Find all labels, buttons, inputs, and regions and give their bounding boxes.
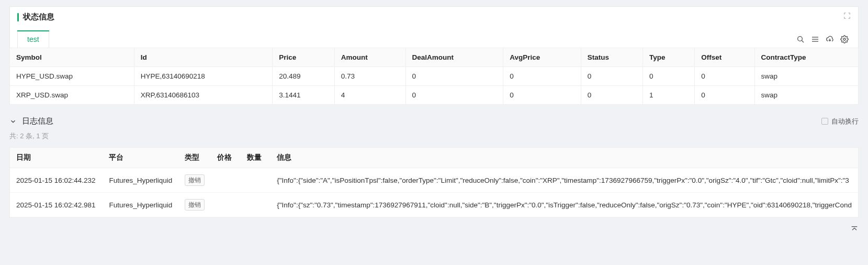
log-col-price: 价格: [211, 148, 241, 168]
log-row: 2025-01-15 16:02:44.232Futures_Hyperliqu…: [10, 168, 858, 193]
col-symbol: Symbol: [10, 48, 134, 67]
col-dealamount: DealAmount: [405, 48, 503, 67]
status-table: Symbol Id Price Amount DealAmount AvgPri…: [9, 48, 859, 105]
menu-icon[interactable]: [811, 35, 819, 43]
col-offset: Offset: [695, 48, 754, 67]
table-cell: 20.489: [273, 67, 334, 86]
log-row: 2025-01-15 16:02:42.981Futures_Hyperliqu…: [10, 193, 858, 217]
log-col-type: 类型: [178, 148, 211, 168]
log-col-platform: 平台: [103, 148, 178, 168]
log-cell-info: {"Info":{"sz":"0.73","timestamp":1736927…: [270, 193, 858, 217]
table-cell: XRP,63140686103: [134, 86, 273, 105]
status-panel: 状态信息 test Symbol Id Price Am: [9, 6, 859, 105]
log-panel: 日志信息 自动换行 共: 2 条, 1 页 日期 平台 类型 价格 数量 信息 …: [9, 114, 859, 218]
svg-line-1: [802, 40, 804, 42]
col-contracttype: ContractType: [754, 48, 858, 67]
autowrap-label: 自动换行: [831, 117, 859, 126]
table-cell: 0: [405, 67, 503, 86]
log-summary: 共: 2 条, 1 页: [9, 131, 859, 147]
log-cell-amount: [241, 193, 270, 217]
log-cell-platform: Futures_Hyperliquid: [103, 193, 178, 217]
log-panel-header: 日志信息 自动换行: [9, 114, 859, 131]
log-cell-date: 2025-01-15 16:02:44.232: [10, 168, 103, 193]
log-col-date: 日期: [10, 148, 103, 168]
svg-point-0: [798, 36, 803, 41]
download-cloud-icon[interactable]: [826, 35, 834, 43]
table-cell: 0: [695, 67, 754, 86]
status-panel-header: 状态信息: [10, 7, 858, 27]
footer: [0, 222, 868, 239]
status-tabs-row: test: [10, 30, 858, 48]
table-cell: HYPE_USD.swap: [10, 67, 134, 86]
col-price: Price: [273, 48, 334, 67]
col-amount: Amount: [334, 48, 405, 67]
table-cell: 0: [581, 67, 642, 86]
col-id: Id: [134, 48, 273, 67]
table-cell: 0.73: [334, 67, 405, 86]
log-cell-type: 撤销: [178, 168, 211, 193]
log-cell-price: [211, 193, 241, 217]
status-title-text: 状态信息: [23, 12, 54, 22]
scroll-to-top-icon[interactable]: [850, 225, 859, 234]
table-cell: 0: [503, 67, 581, 86]
table-cell: swap: [754, 67, 858, 86]
table-cell: 4: [334, 86, 405, 105]
table-cell: 0: [643, 67, 695, 86]
table-cell: 0: [503, 86, 581, 105]
table-cell: XRP_USD.swap: [10, 86, 134, 105]
search-icon[interactable]: [796, 35, 805, 43]
log-title-text: 日志信息: [22, 116, 53, 126]
log-cell-amount: [241, 168, 270, 193]
col-type: Type: [643, 48, 695, 67]
tab-test[interactable]: test: [17, 30, 49, 48]
table-cell: 0: [695, 86, 754, 105]
fullscreen-icon[interactable]: [843, 12, 851, 19]
status-panel-title: 状态信息: [17, 12, 54, 22]
log-cell-type: 撤销: [178, 193, 211, 217]
table-cell: 0: [581, 86, 642, 105]
table-cell: swap: [754, 86, 858, 105]
cancel-button[interactable]: 撤销: [185, 174, 205, 186]
cancel-button[interactable]: 撤销: [185, 199, 205, 211]
gear-icon[interactable]: [840, 35, 849, 43]
tab-test-label: test: [27, 35, 39, 43]
table-cell: 1: [643, 86, 695, 105]
log-col-amount: 数量: [241, 148, 270, 168]
table-cell: HYPE,63140690218: [134, 67, 273, 86]
log-table: 日期 平台 类型 价格 数量 信息 2025-01-15 16:02:44.23…: [10, 148, 858, 217]
log-cell-info: {"Info":{"side":"A","isPositionTpsl":fal…: [270, 168, 858, 193]
table-row: XRP_USD.swapXRP,631406861033.1441400010s…: [10, 86, 859, 105]
log-cell-price: [211, 168, 241, 193]
chevron-down-icon[interactable]: [9, 118, 17, 125]
log-col-info: 信息: [270, 148, 858, 168]
svg-point-6: [843, 38, 846, 40]
title-accent-bar: [17, 13, 19, 21]
log-cell-date: 2025-01-15 16:02:42.981: [10, 193, 103, 217]
autowrap-checkbox[interactable]: [821, 118, 828, 125]
log-table-scroll[interactable]: 日期 平台 类型 价格 数量 信息 2025-01-15 16:02:44.23…: [9, 147, 859, 218]
status-toolbar: [796, 35, 851, 43]
table-row: HYPE_USD.swapHYPE,6314069021820.4890.730…: [10, 67, 859, 86]
col-status: Status: [581, 48, 642, 67]
table-cell: 3.1441: [273, 86, 334, 105]
table-cell: 0: [405, 86, 503, 105]
log-cell-platform: Futures_Hyperliquid: [103, 168, 178, 193]
col-avgprice: AvgPrice: [503, 48, 581, 67]
